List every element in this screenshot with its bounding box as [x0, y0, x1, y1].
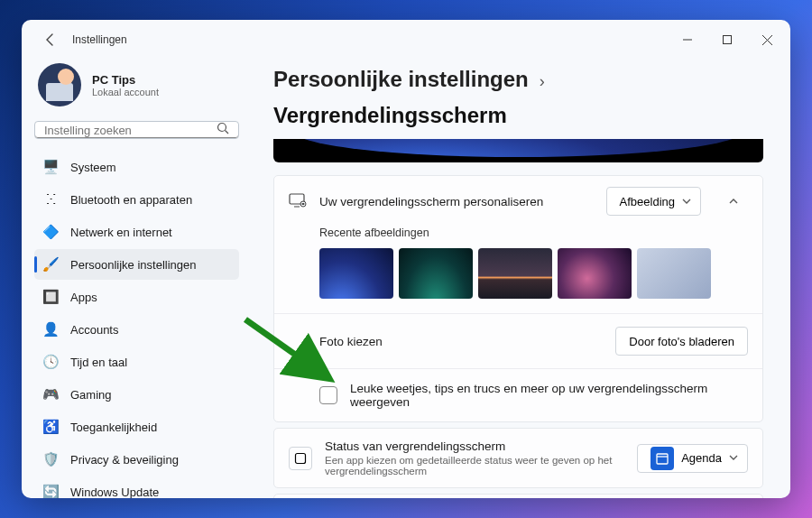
status-app-dropdown[interactable]: Agenda [637, 444, 748, 473]
back-button[interactable] [34, 23, 67, 56]
lock-screen-preview[interactable] [273, 139, 763, 162]
update-icon: 🔄 [43, 485, 59, 499]
window-controls [668, 23, 787, 56]
search-input[interactable] [44, 124, 217, 137]
svg-rect-1 [724, 36, 732, 44]
sidebar-item-update[interactable]: 🔄Windows Update [34, 476, 239, 498]
gaming-icon: 🎮 [43, 387, 59, 402]
sidebar-item-label: Systeem [70, 161, 116, 174]
fun-facts-checkbox[interactable] [319, 386, 337, 404]
sidebar-item-accounts[interactable]: 👤Accounts [34, 314, 239, 345]
accounts-icon: 👤 [43, 322, 59, 338]
personalize-lockscreen-card: Uw vergrendelingsscherm personaliseren A… [273, 175, 763, 422]
search-icon [217, 122, 229, 138]
time-lang-icon: 🕓 [43, 355, 59, 370]
status-sub: Een app kiezen om gedetailleerde status … [325, 455, 624, 476]
dropdown-value: Afbeelding [620, 195, 675, 208]
recent-thumbnails [319, 248, 748, 299]
recent-images-label: Recente afbeeldingen [319, 227, 748, 239]
sidebar-item-gaming[interactable]: 🎮Gaming [34, 379, 239, 410]
privacy-icon: 🛡️ [43, 452, 59, 467]
svg-rect-11 [657, 454, 668, 464]
choose-photo-label: Foto kiezen [319, 335, 383, 348]
nav: 🖥️SysteemⵘBluetooth en apparaten🔷Netwerk… [34, 152, 239, 498]
breadcrumb-current: Vergrendelingsscherm [273, 103, 507, 128]
signin-background-card: De achtergrondafbeelding voor het vergre… [273, 494, 763, 498]
browse-photos-button[interactable]: Door foto's bladeren [615, 327, 748, 356]
titlebar: Instellingen [22, 20, 790, 60]
accessibility-icon: ♿ [43, 420, 59, 435]
collapse-button[interactable] [719, 187, 748, 216]
app-title: Instellingen [67, 33, 127, 46]
avatar [38, 63, 81, 106]
status-app-icon [289, 447, 312, 470]
settings-window: Instellingen PC Tips Lokaal account 🖥️Sy… [22, 20, 790, 498]
svg-point-4 [218, 124, 226, 132]
svg-rect-10 [296, 453, 306, 463]
maximize-button[interactable] [707, 23, 747, 56]
sidebar-item-personalize[interactable]: 🖌️Persoonlijke instellingen [34, 249, 239, 280]
close-button[interactable] [747, 23, 787, 56]
sidebar-item-label: Tijd en taal [70, 356, 127, 369]
svg-line-5 [226, 131, 229, 134]
thumbnail[interactable] [319, 248, 393, 299]
sidebar-item-time-lang[interactable]: 🕓Tijd en taal [34, 347, 239, 377]
apps-icon: 🔲 [43, 290, 59, 305]
thumbnail[interactable] [399, 248, 473, 299]
chevron-down-icon [682, 195, 691, 208]
sidebar-item-label: Accounts [70, 323, 118, 337]
dropdown-value: Agenda [681, 451, 722, 465]
wifi-icon: 🔷 [43, 225, 59, 240]
sidebar-item-accessibility[interactable]: ♿Toegankelijkheid [34, 412, 239, 442]
monitor-lock-icon [289, 192, 307, 210]
status-title: Status van vergrendelingsscherm [325, 439, 624, 453]
profile-name: PC Tips [92, 73, 159, 87]
thumbnail[interactable] [637, 248, 711, 299]
profile-sub: Lokaal account [92, 87, 159, 97]
sidebar-item-wifi[interactable]: 🔷Netwerk en internet [34, 217, 239, 247]
breadcrumb: Persoonlijke instellingen › Vergrendelin… [273, 67, 763, 128]
sidebar-item-label: Bluetooth en apparaten [70, 193, 192, 207]
chevron-down-icon [729, 451, 738, 465]
sidebar-item-label: Persoonlijke instellingen [70, 258, 196, 272]
bluetooth-icon: ⵘ [43, 192, 59, 208]
sidebar-item-label: Apps [70, 291, 97, 304]
fun-facts-label: Leuke weetjes, tips en trucs en meer op … [350, 382, 748, 409]
thumbnail[interactable] [558, 248, 632, 299]
sidebar: PC Tips Lokaal account 🖥️SysteemⵘBluetoo… [22, 60, 252, 498]
sidebar-item-privacy[interactable]: 🛡️Privacy & beveiliging [34, 444, 239, 475]
sidebar-item-label: Netwerk en internet [70, 226, 172, 239]
breadcrumb-parent[interactable]: Persoonlijke instellingen [273, 67, 529, 92]
main-content: Persoonlijke instellingen › Vergrendelin… [252, 60, 790, 498]
search-box[interactable] [34, 121, 239, 139]
profile-block[interactable]: PC Tips Lokaal account [34, 60, 239, 121]
minimize-button[interactable] [668, 23, 707, 56]
svg-rect-9 [302, 203, 305, 205]
personalize-title: Uw vergrendelingsscherm personaliseren [319, 195, 594, 208]
calendar-icon [651, 447, 674, 470]
sidebar-item-bluetooth[interactable]: ⵘBluetooth en apparaten [34, 184, 239, 215]
thumbnail[interactable] [478, 248, 552, 299]
background-type-dropdown[interactable]: Afbeelding [606, 187, 701, 216]
sidebar-item-label: Privacy & beveiliging [70, 453, 179, 467]
sidebar-item-label: Toegankelijkheid [70, 421, 157, 434]
sidebar-item-system[interactable]: 🖥️Systeem [34, 152, 239, 182]
personalize-icon: 🖌️ [43, 257, 59, 273]
sidebar-item-apps[interactable]: 🔲Apps [34, 282, 239, 312]
sidebar-item-label: Windows Update [70, 486, 159, 499]
chevron-right-icon: › [540, 72, 545, 91]
lockscreen-status-card: Status van vergrendelingsscherm Een app … [273, 428, 763, 488]
sidebar-item-label: Gaming [70, 388, 112, 402]
system-icon: 🖥️ [43, 160, 59, 175]
